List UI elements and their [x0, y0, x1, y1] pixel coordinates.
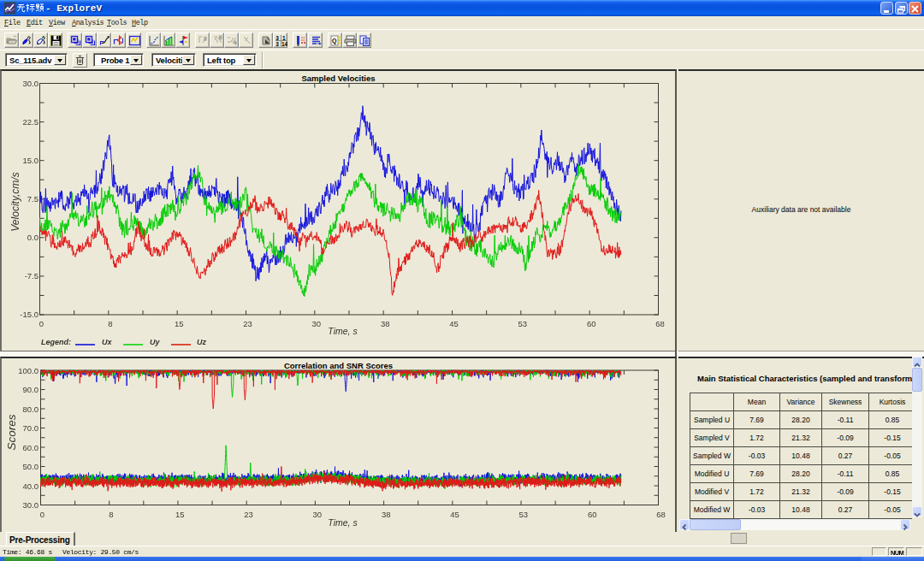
- svg-text:14: 14: [281, 41, 287, 47]
- svg-text:Q: Q: [332, 38, 337, 44]
- svg-text:1: 1: [282, 35, 286, 41]
- svg-text:3: 3: [275, 35, 279, 41]
- svg-text:4: 4: [234, 40, 237, 45]
- svg-text:5: 5: [219, 35, 222, 40]
- svg-text:3: 3: [275, 41, 279, 47]
